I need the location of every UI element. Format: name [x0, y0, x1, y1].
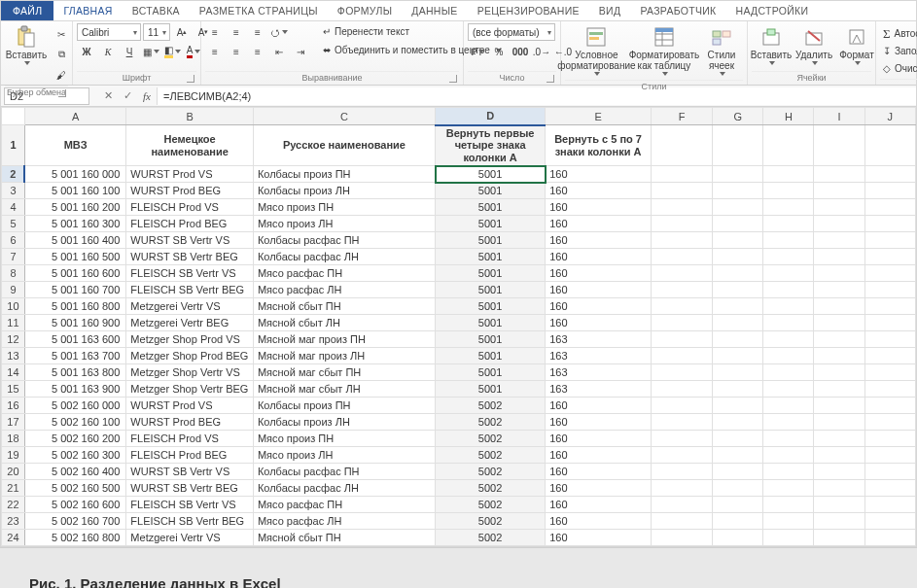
- format-painter-button[interactable]: 🖌: [52, 66, 71, 84]
- cell-C20[interactable]: Колбасы расфас ПН: [253, 464, 435, 480]
- cell-B24[interactable]: Metzgerei Vertr VS: [126, 530, 254, 546]
- cell-C16[interactable]: Колбасы произ ПН: [253, 398, 435, 414]
- cell-A24[interactable]: 5 002 160 800: [24, 530, 125, 546]
- row-header-7[interactable]: 7: [2, 249, 25, 265]
- col-header-G[interactable]: G: [713, 108, 763, 125]
- cell-E19[interactable]: 160: [546, 447, 652, 464]
- borders-button[interactable]: ▦: [141, 43, 160, 60]
- cell-G15[interactable]: [713, 381, 763, 398]
- cell-D21[interactable]: 5002: [436, 480, 546, 497]
- cell-G3[interactable]: [713, 183, 763, 199]
- cell-E14[interactable]: 163: [546, 364, 652, 381]
- cell-J21[interactable]: [864, 480, 915, 497]
- cell-D9[interactable]: 5001: [436, 282, 546, 298]
- cell-C17[interactable]: Колбасы произ ЛН: [253, 414, 435, 431]
- header-cell-A[interactable]: МВЗ: [24, 125, 125, 166]
- align-right-button[interactable]: ≡: [248, 43, 267, 60]
- copy-button[interactable]: ⧉: [52, 46, 71, 63]
- cell-D12[interactable]: 5001: [436, 331, 546, 348]
- col-header-B[interactable]: B: [126, 108, 254, 125]
- header-cell-B[interactable]: Немецкое наименование: [126, 125, 254, 166]
- cell-A14[interactable]: 5 001 163 800: [24, 364, 125, 381]
- cell-A8[interactable]: 5 001 160 600: [24, 265, 125, 282]
- cell-H9[interactable]: [763, 282, 814, 298]
- cell-B22[interactable]: FLEISCH SB Vertr VS: [126, 497, 254, 513]
- cell-F11[interactable]: [651, 315, 712, 331]
- bold-button[interactable]: Ж: [77, 43, 96, 60]
- cell-F10[interactable]: [651, 298, 712, 315]
- cell-C2[interactable]: Колбасы произ ПН: [253, 166, 435, 183]
- cell-J3[interactable]: [864, 183, 915, 199]
- cell-D8[interactable]: 5001: [436, 265, 546, 282]
- cell-G9[interactable]: [713, 282, 763, 298]
- cell-I5[interactable]: [814, 216, 864, 232]
- cell-B3[interactable]: WURST Prod BEG: [126, 183, 254, 199]
- cell-H11[interactable]: [763, 315, 814, 331]
- cell-F21[interactable]: [651, 480, 712, 497]
- cell-G12[interactable]: [713, 331, 763, 348]
- cell-F2[interactable]: [651, 166, 712, 183]
- number-dialog-launcher[interactable]: [547, 75, 554, 83]
- cell-C3[interactable]: Колбасы произ ЛН: [253, 183, 435, 199]
- row-header-15[interactable]: 15: [2, 381, 25, 398]
- cell-B13[interactable]: Metzger Shop Prod BEG: [126, 348, 254, 364]
- cell-H5[interactable]: [763, 216, 814, 232]
- cell-I16[interactable]: [814, 398, 864, 414]
- cell-D16[interactable]: 5002: [436, 398, 546, 414]
- cell-G13[interactable]: [713, 348, 763, 364]
- cell-F22[interactable]: [651, 497, 712, 513]
- col-header-J[interactable]: J: [864, 108, 915, 125]
- cell-B6[interactable]: WURST SB Vertr VS: [126, 232, 254, 249]
- cell-C24[interactable]: Мясной сбыт ПН: [253, 530, 435, 546]
- cell-D3[interactable]: 5001: [436, 183, 546, 199]
- alignment-dialog-launcher[interactable]: [449, 75, 457, 83]
- cell-J16[interactable]: [864, 398, 915, 414]
- cell-A19[interactable]: 5 002 160 300: [24, 447, 125, 464]
- cell-A16[interactable]: 5 002 160 000: [24, 398, 125, 414]
- format-cells-button[interactable]: Формат: [837, 23, 876, 67]
- cell-H6[interactable]: [763, 232, 814, 249]
- cell-G24[interactable]: [713, 530, 763, 546]
- cell-A6[interactable]: 5 001 160 400: [24, 232, 125, 249]
- cell-B23[interactable]: FLEISCH SB Vertr BEG: [126, 513, 254, 530]
- tab-data[interactable]: ДАННЫЕ: [402, 1, 467, 20]
- tab-view[interactable]: ВИД: [589, 1, 631, 20]
- cell-H16[interactable]: [763, 398, 814, 414]
- cell-D6[interactable]: 5001: [436, 232, 546, 249]
- cell-G20[interactable]: [713, 464, 763, 480]
- cell-C11[interactable]: Мясной сбыт ЛН: [253, 315, 435, 331]
- cell-E15[interactable]: 163: [546, 381, 652, 398]
- cell-D14[interactable]: 5001: [436, 364, 546, 381]
- row-header-23[interactable]: 23: [2, 513, 25, 530]
- cell-H17[interactable]: [763, 414, 814, 431]
- row-header-8[interactable]: 8: [2, 265, 25, 282]
- cell-H19[interactable]: [763, 447, 814, 464]
- cell-A9[interactable]: 5 001 160 700: [24, 282, 125, 298]
- insert-function-button[interactable]: fx: [137, 86, 157, 106]
- cell-J18[interactable]: [864, 431, 915, 447]
- cell-C14[interactable]: Мясной маг сбыт ПН: [253, 364, 435, 381]
- cell-H14[interactable]: [763, 364, 814, 381]
- cell-I9[interactable]: [814, 282, 864, 298]
- cell-G22[interactable]: [713, 497, 763, 513]
- comma-button[interactable]: 000: [511, 43, 530, 60]
- tab-page-layout[interactable]: РАЗМЕТКА СТРАНИЦЫ: [190, 1, 328, 20]
- cell-E23[interactable]: 160: [546, 513, 652, 530]
- underline-button[interactable]: Ч: [120, 43, 139, 60]
- row-header-12[interactable]: 12: [2, 331, 25, 348]
- align-center-button[interactable]: ≡: [227, 43, 246, 60]
- cell-G16[interactable]: [713, 398, 763, 414]
- col-header-A[interactable]: A: [24, 108, 125, 125]
- cell-I10[interactable]: [814, 298, 864, 315]
- percent-button[interactable]: %: [489, 43, 509, 60]
- cell-D24[interactable]: 5002: [436, 530, 546, 546]
- cell-E5[interactable]: 160: [546, 216, 652, 232]
- cell-B10[interactable]: Metzgerei Vertr VS: [126, 298, 254, 315]
- font-dialog-launcher[interactable]: [187, 75, 194, 83]
- cell-B18[interactable]: FLEISCH Prod VS: [126, 431, 254, 447]
- insert-cells-button[interactable]: Вставить: [752, 23, 791, 67]
- increase-decimal-button[interactable]: .0→: [532, 43, 551, 60]
- cell-I21[interactable]: [814, 480, 864, 497]
- row-header-21[interactable]: 21: [2, 480, 25, 497]
- cell-D18[interactable]: 5002: [436, 431, 546, 447]
